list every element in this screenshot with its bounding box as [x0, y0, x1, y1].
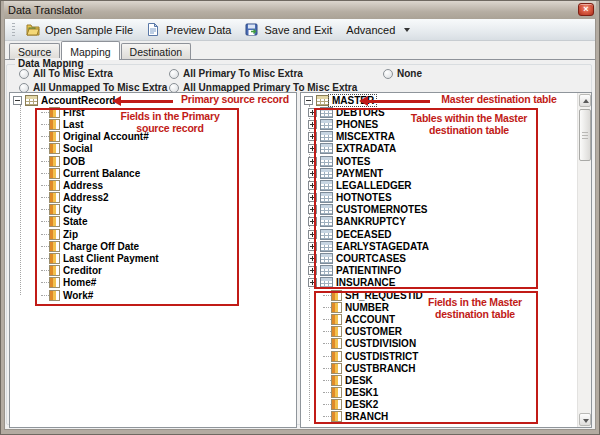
tree-item-source-field[interactable]: First: [13, 106, 280, 118]
expand-icon[interactable]: [308, 217, 317, 226]
radio-option[interactable]: None: [383, 68, 422, 79]
tree-item-source-field[interactable]: State: [13, 216, 280, 228]
tree-item-master-field[interactable]: SH_REQUESTID: [304, 289, 574, 301]
radio-option[interactable]: All To Misc Extra: [19, 68, 169, 79]
expand-icon[interactable]: [308, 193, 317, 202]
expand-icon[interactable]: [308, 108, 317, 117]
field-label: CUSTBRANCH: [342, 363, 416, 374]
tree-item-master-table[interactable]: CUSTOMERNOTES: [304, 204, 574, 216]
tree-item-master-table[interactable]: PAYMENT: [304, 167, 574, 179]
toolbar-grip-icon[interactable]: [12, 23, 15, 37]
tree-item-source-field[interactable]: Address: [13, 179, 280, 191]
vertical-scrollbar[interactable]: [577, 93, 591, 427]
tree-item-master-field[interactable]: ACCOUNT: [304, 313, 574, 325]
expand-icon[interactable]: [308, 278, 317, 287]
field-icon: [331, 338, 342, 349]
field-icon: [331, 363, 342, 374]
collapse-icon[interactable]: [304, 96, 313, 105]
tree-item-master-table[interactable]: EARLYSTAGEDATA: [304, 240, 574, 252]
master-tree-panel[interactable]: MASTER DEBTORS: [300, 92, 592, 428]
tree-root-accountrecord[interactable]: AccountRecord: [13, 94, 280, 106]
expand-icon[interactable]: [308, 266, 317, 275]
tree-item-source-field[interactable]: Zip: [13, 228, 280, 240]
tab-destination[interactable]: Destination: [121, 43, 192, 59]
open-sample-file-button[interactable]: Open Sample File: [20, 21, 139, 38]
tab-source[interactable]: Source: [9, 43, 60, 59]
table-icon: [320, 192, 333, 203]
tree-item-master-field[interactable]: DESK1: [304, 387, 574, 399]
tree-item-master-field[interactable]: CUSTBRANCH: [304, 362, 574, 374]
expand-icon[interactable]: [308, 205, 317, 214]
radio-button-icon[interactable]: [169, 69, 179, 79]
tree-item-source-field[interactable]: Last: [13, 118, 280, 130]
tree-item-master-table[interactable]: MISCEXTRA: [304, 131, 574, 143]
tree-item-master-table[interactable]: NOTES: [304, 155, 574, 167]
table-icon: [320, 265, 333, 276]
tree-item-master-field[interactable]: BRANCH: [304, 411, 574, 423]
tree-item-source-field[interactable]: City: [13, 204, 280, 216]
tree-item-source-field[interactable]: Home#: [13, 277, 280, 289]
tree-item-master-field[interactable]: CUSTDISTRICT: [304, 350, 574, 362]
expand-icon[interactable]: [308, 230, 317, 239]
save-and-exit-button[interactable]: Save and Exit: [239, 21, 338, 38]
expand-icon[interactable]: [308, 242, 317, 251]
collapse-icon[interactable]: [13, 96, 22, 105]
expand-icon[interactable]: [308, 181, 317, 190]
tree-item-master-table[interactable]: COURTCASES: [304, 252, 574, 264]
scroll-up-icon[interactable]: [579, 94, 591, 107]
tree-item-master-field[interactable]: NUMBER: [304, 301, 574, 313]
tree-item-master-table[interactable]: LEGALLEDGER: [304, 179, 574, 191]
tree-item-source-field[interactable]: Work#: [13, 289, 280, 301]
radio-button-icon[interactable]: [19, 83, 29, 93]
table-icon: [320, 143, 333, 154]
preview-data-label: Preview Data: [166, 24, 231, 36]
tree-item-master-table[interactable]: DEBTORS: [304, 106, 574, 118]
tree-item-source-field[interactable]: Address2: [13, 192, 280, 204]
radio-button-icon[interactable]: [383, 69, 393, 79]
scroll-down-icon[interactable]: [579, 413, 591, 426]
advanced-dropdown-button[interactable]: Advanced: [340, 22, 416, 38]
scrollbar-thumb[interactable]: [579, 109, 591, 161]
tree-item-source-field[interactable]: Last Client Payment: [13, 252, 280, 264]
source-tree-panel[interactable]: AccountRecord First: [9, 92, 297, 428]
tree-stub-line: [41, 185, 49, 186]
title-bar[interactable]: Data Translator ×: [4, 1, 596, 19]
radio-button-icon[interactable]: [169, 83, 179, 93]
tree-item-source-field[interactable]: Charge Off Date: [13, 240, 280, 252]
tree-item-source-field[interactable]: Original Account#: [13, 131, 280, 143]
expand-icon[interactable]: [308, 169, 317, 178]
tree-item-master-table[interactable]: EXTRADATA: [304, 143, 574, 155]
expand-icon[interactable]: [308, 144, 317, 153]
field-label: Work#: [60, 290, 93, 301]
tree-root-master[interactable]: MASTER: [304, 94, 574, 106]
save-icon: [245, 23, 259, 36]
tree-item-source-field[interactable]: Current Balance: [13, 167, 280, 179]
tree-item-source-field[interactable]: Creditor: [13, 265, 280, 277]
close-button[interactable]: ×: [578, 3, 594, 16]
field-label: Address2: [60, 192, 109, 203]
radio-button-icon[interactable]: [19, 69, 29, 79]
tree-item-source-field[interactable]: DOB: [13, 155, 280, 167]
tree-item-master-table[interactable]: DECEASED: [304, 228, 574, 240]
tree-item-master-table[interactable]: PHONES: [304, 118, 574, 130]
expand-icon[interactable]: [308, 157, 317, 166]
radio-option[interactable]: All Primary To Misc Extra: [169, 68, 383, 79]
tab-mapping[interactable]: Mapping: [61, 41, 119, 60]
tree-item-master-field[interactable]: DESK2: [304, 399, 574, 411]
tree-item-master-field[interactable]: DESK: [304, 374, 574, 386]
tree-item-master-table[interactable]: INSURANCE: [304, 277, 574, 289]
field-icon: [49, 180, 60, 191]
preview-data-button[interactable]: Preview Data: [141, 21, 237, 38]
tree-item-master-table[interactable]: PATIENTINFO: [304, 265, 574, 277]
tree-item-master-field[interactable]: CUSTOMER: [304, 326, 574, 338]
field-label: Current Balance: [60, 168, 140, 179]
table-label: DECEASED: [333, 229, 392, 240]
expand-icon[interactable]: [308, 120, 317, 129]
tree-item-source-field[interactable]: Social: [13, 143, 280, 155]
expand-icon[interactable]: [308, 132, 317, 141]
tree-item-master-table[interactable]: HOTNOTES: [304, 192, 574, 204]
tree-item-master-field[interactable]: CUSTDIVISION: [304, 338, 574, 350]
expand-icon[interactable]: [308, 254, 317, 263]
tree-item-master-table[interactable]: BANKRUPTCY: [304, 216, 574, 228]
source-root-label: AccountRecord: [38, 95, 115, 106]
